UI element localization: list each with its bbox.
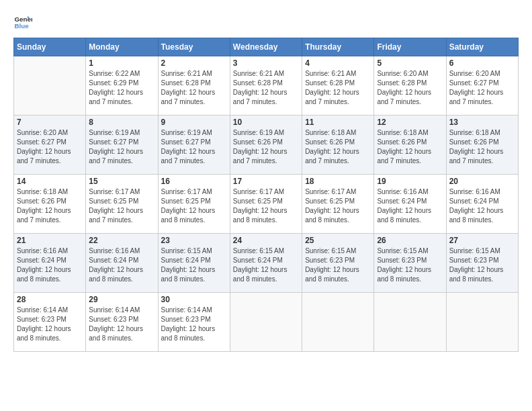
day-number: 1 (89, 58, 154, 68)
day-number: 21 (17, 236, 83, 245)
calendar-cell: 29Sunrise: 6:14 AM Sunset: 6:23 PM Dayli… (86, 293, 158, 352)
header-sunday: Sunday (14, 38, 86, 56)
day-info: Sunrise: 6:16 AM Sunset: 6:24 PM Dayligh… (17, 246, 83, 284)
calendar-cell: 1Sunrise: 6:22 AM Sunset: 6:29 PM Daylig… (86, 56, 158, 116)
day-number: 29 (89, 295, 154, 304)
calendar-cell: 5Sunrise: 6:20 AM Sunset: 6:28 PM Daylig… (374, 56, 446, 116)
calendar-cell: 13Sunrise: 6:18 AM Sunset: 6:26 PM Dayli… (446, 116, 518, 175)
calendar-cell: 18Sunrise: 6:17 AM Sunset: 6:25 PM Dayli… (302, 175, 374, 234)
header: General Blue (13, 12, 519, 31)
calendar-cell: 15Sunrise: 6:17 AM Sunset: 6:25 PM Dayli… (86, 175, 158, 234)
week-row-3: 21Sunrise: 6:16 AM Sunset: 6:24 PM Dayli… (14, 234, 519, 293)
calendar-cell (14, 56, 86, 116)
day-info: Sunrise: 6:17 AM Sunset: 6:25 PM Dayligh… (305, 187, 371, 225)
day-number: 7 (17, 118, 83, 127)
calendar-cell: 19Sunrise: 6:16 AM Sunset: 6:24 PM Dayli… (374, 175, 446, 234)
header-saturday: Saturday (446, 38, 518, 56)
calendar-cell: 27Sunrise: 6:15 AM Sunset: 6:23 PM Dayli… (446, 234, 518, 293)
calendar-cell (446, 293, 518, 352)
calendar-cell: 11Sunrise: 6:18 AM Sunset: 6:26 PM Dayli… (302, 116, 374, 175)
calendar-cell: 14Sunrise: 6:18 AM Sunset: 6:26 PM Dayli… (14, 175, 86, 234)
svg-text:Blue: Blue (14, 22, 29, 30)
day-number: 3 (233, 58, 299, 68)
calendar-cell: 25Sunrise: 6:15 AM Sunset: 6:23 PM Dayli… (302, 234, 374, 293)
day-info: Sunrise: 6:14 AM Sunset: 6:23 PM Dayligh… (89, 306, 154, 343)
calendar-cell: 4Sunrise: 6:21 AM Sunset: 6:28 PM Daylig… (302, 56, 374, 116)
day-number: 30 (161, 295, 227, 304)
day-number: 22 (89, 236, 154, 245)
calendar-cell (230, 293, 302, 352)
day-info: Sunrise: 6:15 AM Sunset: 6:23 PM Dayligh… (377, 246, 443, 284)
day-number: 27 (449, 236, 515, 245)
day-info: Sunrise: 6:14 AM Sunset: 6:23 PM Dayligh… (17, 306, 83, 343)
day-number: 10 (233, 118, 299, 127)
calendar-cell: 12Sunrise: 6:18 AM Sunset: 6:26 PM Dayli… (374, 116, 446, 175)
day-number: 12 (377, 118, 443, 127)
calendar-table: SundayMondayTuesdayWednesdayThursdayFrid… (13, 38, 519, 352)
calendar-cell: 6Sunrise: 6:20 AM Sunset: 6:27 PM Daylig… (446, 56, 518, 116)
day-number: 9 (161, 118, 227, 127)
day-info: Sunrise: 6:18 AM Sunset: 6:26 PM Dayligh… (449, 128, 515, 166)
header-monday: Monday (86, 38, 158, 56)
day-info: Sunrise: 6:15 AM Sunset: 6:24 PM Dayligh… (233, 246, 299, 284)
day-number: 20 (449, 177, 515, 186)
calendar-cell: 30Sunrise: 6:14 AM Sunset: 6:23 PM Dayli… (158, 293, 230, 352)
calendar-header-row: SundayMondayTuesdayWednesdayThursdayFrid… (14, 38, 519, 56)
day-info: Sunrise: 6:15 AM Sunset: 6:23 PM Dayligh… (305, 246, 371, 284)
day-info: Sunrise: 6:17 AM Sunset: 6:25 PM Dayligh… (233, 187, 299, 225)
calendar-cell (374, 293, 446, 352)
logo-icon: General Blue (13, 12, 32, 31)
header-wednesday: Wednesday (230, 38, 302, 56)
week-row-4: 28Sunrise: 6:14 AM Sunset: 6:23 PM Dayli… (14, 293, 519, 352)
calendar-cell: 17Sunrise: 6:17 AM Sunset: 6:25 PM Dayli… (230, 175, 302, 234)
calendar-cell: 2Sunrise: 6:21 AM Sunset: 6:28 PM Daylig… (158, 56, 230, 116)
day-info: Sunrise: 6:20 AM Sunset: 6:27 PM Dayligh… (449, 69, 515, 107)
day-info: Sunrise: 6:20 AM Sunset: 6:27 PM Dayligh… (17, 128, 83, 166)
day-number: 4 (305, 58, 371, 68)
day-info: Sunrise: 6:17 AM Sunset: 6:25 PM Dayligh… (161, 187, 227, 225)
day-info: Sunrise: 6:17 AM Sunset: 6:25 PM Dayligh… (89, 187, 154, 225)
page-container: General Blue SundayMondayTuesdayWednesda… (0, 0, 532, 359)
day-number: 16 (161, 177, 227, 186)
week-row-0: 1Sunrise: 6:22 AM Sunset: 6:29 PM Daylig… (14, 56, 519, 116)
calendar-cell: 26Sunrise: 6:15 AM Sunset: 6:23 PM Dayli… (374, 234, 446, 293)
calendar-cell: 24Sunrise: 6:15 AM Sunset: 6:24 PM Dayli… (230, 234, 302, 293)
day-number: 5 (377, 58, 443, 68)
day-info: Sunrise: 6:15 AM Sunset: 6:24 PM Dayligh… (161, 246, 227, 284)
day-info: Sunrise: 6:19 AM Sunset: 6:26 PM Dayligh… (233, 128, 299, 166)
day-number: 23 (161, 236, 227, 245)
calendar-cell: 7Sunrise: 6:20 AM Sunset: 6:27 PM Daylig… (14, 116, 86, 175)
day-info: Sunrise: 6:16 AM Sunset: 6:24 PM Dayligh… (449, 187, 515, 225)
day-info: Sunrise: 6:20 AM Sunset: 6:28 PM Dayligh… (377, 69, 443, 107)
day-info: Sunrise: 6:19 AM Sunset: 6:27 PM Dayligh… (161, 128, 227, 166)
day-number: 26 (377, 236, 443, 245)
calendar-cell (302, 293, 374, 352)
header-friday: Friday (374, 38, 446, 56)
day-info: Sunrise: 6:22 AM Sunset: 6:29 PM Dayligh… (89, 69, 154, 107)
header-tuesday: Tuesday (158, 38, 230, 56)
calendar-cell: 21Sunrise: 6:16 AM Sunset: 6:24 PM Dayli… (14, 234, 86, 293)
day-number: 19 (377, 177, 443, 186)
day-info: Sunrise: 6:18 AM Sunset: 6:26 PM Dayligh… (17, 187, 83, 225)
calendar-cell: 9Sunrise: 6:19 AM Sunset: 6:27 PM Daylig… (158, 116, 230, 175)
week-row-2: 14Sunrise: 6:18 AM Sunset: 6:26 PM Dayli… (14, 175, 519, 234)
day-info: Sunrise: 6:21 AM Sunset: 6:28 PM Dayligh… (305, 69, 371, 107)
day-number: 18 (305, 177, 371, 186)
calendar-cell: 10Sunrise: 6:19 AM Sunset: 6:26 PM Dayli… (230, 116, 302, 175)
calendar-cell: 28Sunrise: 6:14 AM Sunset: 6:23 PM Dayli… (14, 293, 86, 352)
day-info: Sunrise: 6:18 AM Sunset: 6:26 PM Dayligh… (305, 128, 371, 166)
day-number: 15 (89, 177, 154, 186)
day-number: 25 (305, 236, 371, 245)
day-info: Sunrise: 6:16 AM Sunset: 6:24 PM Dayligh… (377, 187, 443, 225)
day-info: Sunrise: 6:19 AM Sunset: 6:27 PM Dayligh… (89, 128, 154, 166)
day-info: Sunrise: 6:21 AM Sunset: 6:28 PM Dayligh… (161, 69, 227, 107)
day-number: 2 (161, 58, 227, 68)
day-number: 6 (449, 58, 515, 68)
day-number: 13 (449, 118, 515, 127)
logo: General Blue (13, 12, 35, 31)
calendar-cell: 3Sunrise: 6:21 AM Sunset: 6:28 PM Daylig… (230, 56, 302, 116)
day-number: 11 (305, 118, 371, 127)
calendar-cell: 8Sunrise: 6:19 AM Sunset: 6:27 PM Daylig… (86, 116, 158, 175)
day-info: Sunrise: 6:14 AM Sunset: 6:23 PM Dayligh… (161, 306, 227, 343)
day-info: Sunrise: 6:16 AM Sunset: 6:24 PM Dayligh… (89, 246, 154, 284)
